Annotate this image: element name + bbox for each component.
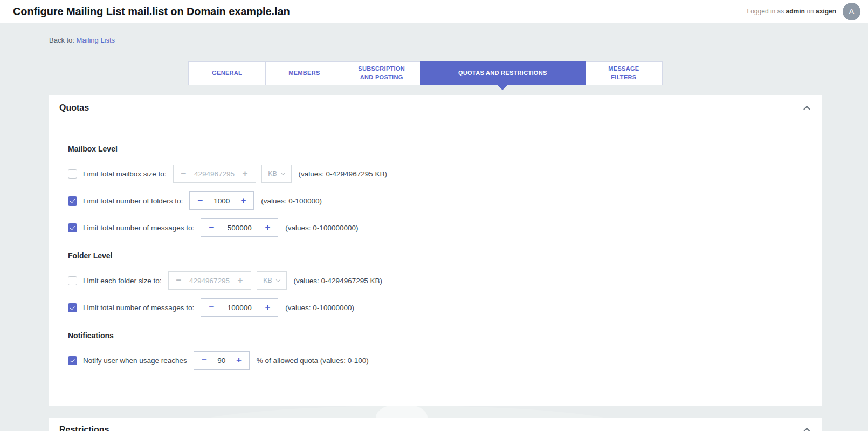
tab-bar: GENERAL MEMBERS SUBSCRIPTION AND POSTING… [188,61,663,85]
checkmark-icon [70,304,75,310]
logged-in-user: admin [786,8,805,15]
unit-select[interactable]: KB [257,271,287,290]
increment-button[interactable]: + [233,196,253,206]
decrement-button[interactable]: − [194,355,215,366]
checkbox[interactable] [68,276,77,285]
checkbox[interactable] [68,303,77,312]
back-to-mailing-lists-link[interactable]: Mailing Lists [77,36,115,44]
checkbox[interactable] [68,196,77,206]
tab-general[interactable]: GENERAL [189,62,266,85]
checkbox[interactable] [68,356,77,365]
divider [125,149,803,149]
increment-button[interactable]: + [257,303,278,313]
quota-row-hint: (values: 0-100000000) [285,224,358,232]
quota-row-hint: (values: 0-100000) [261,197,322,205]
checkmark-icon [70,357,75,362]
tab-label: MESSAGE FILTERS [595,65,652,82]
chevron-down-icon [276,277,280,282]
quota-row: Limit total mailbox size to: − + KB (val… [68,165,803,183]
chevron-down-icon [281,170,285,175]
tab-subscription-and-posting[interactable]: SUBSCRIPTION AND POSTING [343,62,421,85]
decrement-button[interactable]: − [174,169,194,179]
checkmark-icon [70,224,75,230]
quota-groups: Mailbox Level Limit total mailbox size t… [49,120,822,406]
unit-select-value: KB [268,170,277,177]
quota-group-rows: Limit total mailbox size to: − + KB (val… [68,165,803,237]
tab-quotas-and-restrictions[interactable]: QUOTAS AND RESTRICTIONS [420,61,586,85]
quota-group-header: Notifications [68,331,803,340]
quotas-card: Quotas Mailbox Level Limit total mailbox… [49,95,822,406]
checkbox[interactable] [68,169,77,179]
divider [121,336,803,336]
chevron-up-icon[interactable] [803,428,810,431]
quantity-stepper[interactable]: − + [189,191,254,210]
quota-row: Limit each folder size to: − + KB (value… [68,271,803,290]
restrictions-card: Restrictions [49,418,822,431]
quota-row-hint: (values: 0-4294967295 KB) [294,277,382,285]
quantity-stepper[interactable]: − + [201,218,278,237]
quota-row-label: Limit total number of folders to: [83,197,183,205]
quotas-section-title: Quotas [59,103,89,113]
decrement-button[interactable]: − [169,276,189,286]
breadcrumb-label: Back to: [49,36,74,44]
logged-in-text: Logged in as admin on axigen [747,8,836,15]
main-content: Back to: Mailing Lists GENERAL MEMBERS S… [0,23,868,431]
quota-row-hint: % of allowed quota (values: 0-100) [257,357,369,365]
quota-group-title: Notifications [68,331,114,340]
checkmark-icon [70,197,75,203]
tab-label: GENERAL [212,69,242,78]
quota-group-mailbox-level: Mailbox Level Limit total mailbox size t… [68,144,803,237]
quota-row: Limit total number of folders to: − + (v… [68,191,803,210]
increment-button[interactable]: + [257,223,278,233]
quota-group-folder-level: Folder Level Limit each folder size to: … [68,251,803,317]
chevron-up-icon[interactable] [803,106,810,113]
decrement-button[interactable]: − [190,196,210,206]
quantity-stepper[interactable]: − + [168,271,251,290]
tab-label: QUOTAS AND RESTRICTIONS [458,69,547,78]
quota-row-label: Limit each folder size to: [83,277,162,285]
tab-members[interactable]: MEMBERS [266,62,343,85]
logged-in-connector: on [807,8,814,15]
quota-group-header: Mailbox Level [68,144,803,154]
quota-group-rows: Limit each folder size to: − + KB (value… [68,271,803,317]
increment-button[interactable]: + [229,355,249,366]
divider [120,256,803,256]
stepper-value-input[interactable] [222,304,257,312]
quota-row: Limit total number of messages to: − + (… [68,298,803,317]
decrement-button[interactable]: − [201,223,222,233]
logged-in-prefix: Logged in as [747,8,784,15]
quota-row-hint: (values: 0-4294967295 KB) [299,170,387,178]
tab-label: SUBSCRIPTION AND POSTING [353,65,410,82]
quotas-section-header[interactable]: Quotas [49,95,822,120]
restrictions-section-header[interactable]: Restrictions [49,418,822,431]
checkbox[interactable] [68,223,77,232]
quota-row-label: Limit total number of messages to: [83,224,194,232]
restrictions-section-title: Restrictions [59,425,109,431]
avatar[interactable]: A [843,3,860,20]
stepper-value-input[interactable] [210,197,233,205]
stepper-value-input[interactable] [194,170,235,178]
quantity-stepper[interactable]: − + [194,351,250,370]
increment-button[interactable]: + [235,169,256,179]
quota-group-rows: Notify user when usage reaches − + % of … [68,351,803,370]
page-title: Configure Mailing List mail.list on Doma… [13,5,290,18]
quota-group-title: Folder Level [68,251,112,260]
unit-select[interactable]: KB [261,165,292,183]
quota-group-title: Mailbox Level [68,145,118,153]
quantity-stepper[interactable]: − + [201,298,278,317]
decrement-button[interactable]: − [201,303,222,313]
quota-row-label: Limit total mailbox size to: [83,170,167,178]
quota-row: Limit total number of messages to: − + (… [68,218,803,237]
stepper-value-input[interactable] [215,357,229,365]
stepper-value-input[interactable] [222,224,257,232]
quota-row: Notify user when usage reaches − + % of … [68,351,803,370]
tab-message-filters[interactable]: MESSAGE FILTERS [585,62,662,85]
stepper-value-input[interactable] [189,277,230,285]
quantity-stepper[interactable]: − + [173,165,256,183]
unit-select-value: KB [263,277,272,284]
tab-label: MEMBERS [288,69,320,78]
quota-row-hint: (values: 0-10000000) [285,304,354,312]
quota-group-notifications: Notifications Notify user when usage rea… [68,331,803,370]
increment-button[interactable]: + [230,276,251,286]
breadcrumb: Back to: Mailing Lists [49,23,822,44]
